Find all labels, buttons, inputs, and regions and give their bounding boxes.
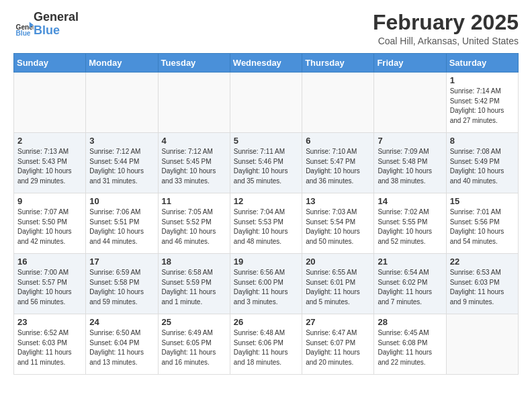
day-info: Sunrise: 6:45 AM Sunset: 6:08 PM Dayligh… bbox=[378, 328, 442, 367]
calendar-week-row: 16Sunrise: 7:00 AM Sunset: 5:57 PM Dayli… bbox=[14, 254, 519, 314]
calendar-cell: 4Sunrise: 7:12 AM Sunset: 5:45 PM Daylig… bbox=[158, 133, 230, 193]
calendar-cell: 12Sunrise: 7:04 AM Sunset: 5:53 PM Dayli… bbox=[230, 193, 302, 254]
calendar-cell: 23Sunrise: 6:52 AM Sunset: 6:03 PM Dayli… bbox=[14, 314, 86, 375]
calendar-week-row: 23Sunrise: 6:52 AM Sunset: 6:03 PM Dayli… bbox=[14, 314, 519, 375]
calendar-cell: 19Sunrise: 6:56 AM Sunset: 6:00 PM Dayli… bbox=[230, 254, 302, 314]
day-info: Sunrise: 7:13 AM Sunset: 5:43 PM Dayligh… bbox=[17, 147, 82, 186]
day-info: Sunrise: 7:05 AM Sunset: 5:52 PM Dayligh… bbox=[162, 208, 226, 246]
day-number: 7 bbox=[378, 136, 442, 146]
col-header-friday: Friday bbox=[374, 54, 446, 73]
logo-general: General bbox=[34, 11, 79, 24]
calendar-cell: 21Sunrise: 6:54 AM Sunset: 6:02 PM Dayli… bbox=[374, 254, 446, 314]
day-number: 12 bbox=[234, 196, 298, 206]
day-info: Sunrise: 7:14 AM Sunset: 5:42 PM Dayligh… bbox=[450, 87, 515, 126]
day-number: 10 bbox=[89, 196, 154, 206]
day-info: Sunrise: 7:08 AM Sunset: 5:49 PM Dayligh… bbox=[450, 147, 515, 186]
calendar-cell: 18Sunrise: 6:58 AM Sunset: 5:59 PM Dayli… bbox=[158, 254, 230, 314]
title-block: February 2025 Coal Hill, Arkansas, Unite… bbox=[373, 11, 519, 46]
day-info: Sunrise: 7:06 AM Sunset: 5:51 PM Dayligh… bbox=[89, 208, 154, 246]
day-number: 19 bbox=[234, 257, 298, 267]
day-number: 4 bbox=[162, 136, 226, 146]
col-header-thursday: Thursday bbox=[302, 54, 374, 73]
col-header-sunday: Sunday bbox=[14, 54, 86, 73]
calendar-cell: 27Sunrise: 6:47 AM Sunset: 6:07 PM Dayli… bbox=[302, 314, 374, 375]
day-number: 13 bbox=[306, 196, 370, 206]
calendar-cell: 24Sunrise: 6:50 AM Sunset: 6:04 PM Dayli… bbox=[86, 314, 158, 375]
day-number: 11 bbox=[162, 196, 226, 206]
day-number: 23 bbox=[17, 317, 82, 327]
col-header-wednesday: Wednesday bbox=[230, 54, 302, 73]
day-info: Sunrise: 6:59 AM Sunset: 5:58 PM Dayligh… bbox=[89, 268, 154, 307]
calendar-cell bbox=[446, 314, 518, 375]
day-info: Sunrise: 7:03 AM Sunset: 5:54 PM Dayligh… bbox=[306, 208, 370, 246]
day-info: Sunrise: 7:04 AM Sunset: 5:53 PM Dayligh… bbox=[234, 208, 298, 246]
calendar-cell: 1Sunrise: 7:14 AM Sunset: 5:42 PM Daylig… bbox=[446, 73, 518, 133]
calendar-cell: 3Sunrise: 7:12 AM Sunset: 5:44 PM Daylig… bbox=[86, 133, 158, 193]
calendar-cell bbox=[302, 73, 374, 133]
calendar-cell: 22Sunrise: 6:53 AM Sunset: 6:03 PM Dayli… bbox=[446, 254, 518, 314]
calendar-cell: 2Sunrise: 7:13 AM Sunset: 5:43 PM Daylig… bbox=[14, 133, 86, 193]
day-info: Sunrise: 7:07 AM Sunset: 5:50 PM Dayligh… bbox=[17, 208, 82, 246]
calendar-cell bbox=[374, 73, 446, 133]
calendar-cell: 25Sunrise: 6:49 AM Sunset: 6:05 PM Dayli… bbox=[158, 314, 230, 375]
day-number: 8 bbox=[450, 136, 515, 146]
calendar-cell: 13Sunrise: 7:03 AM Sunset: 5:54 PM Dayli… bbox=[302, 193, 374, 254]
day-number: 14 bbox=[378, 196, 442, 206]
col-header-monday: Monday bbox=[86, 54, 158, 73]
day-number: 21 bbox=[378, 257, 442, 267]
day-number: 5 bbox=[234, 136, 298, 146]
day-number: 20 bbox=[306, 257, 370, 267]
calendar-cell: 10Sunrise: 7:06 AM Sunset: 5:51 PM Dayli… bbox=[86, 193, 158, 254]
day-number: 28 bbox=[378, 317, 442, 327]
calendar-cell: 8Sunrise: 7:08 AM Sunset: 5:49 PM Daylig… bbox=[446, 133, 518, 193]
col-header-saturday: Saturday bbox=[446, 54, 518, 73]
day-info: Sunrise: 7:00 AM Sunset: 5:57 PM Dayligh… bbox=[17, 268, 82, 307]
calendar-cell bbox=[230, 73, 302, 133]
day-number: 27 bbox=[306, 317, 370, 327]
day-info: Sunrise: 6:53 AM Sunset: 6:03 PM Dayligh… bbox=[450, 268, 515, 307]
day-info: Sunrise: 6:56 AM Sunset: 6:00 PM Dayligh… bbox=[234, 268, 298, 307]
day-number: 24 bbox=[89, 317, 154, 327]
col-header-tuesday: Tuesday bbox=[158, 54, 230, 73]
day-number: 2 bbox=[17, 136, 82, 146]
day-info: Sunrise: 7:12 AM Sunset: 5:44 PM Dayligh… bbox=[89, 147, 154, 186]
day-number: 6 bbox=[306, 136, 370, 146]
day-info: Sunrise: 6:47 AM Sunset: 6:07 PM Dayligh… bbox=[306, 328, 370, 367]
day-number: 16 bbox=[17, 257, 82, 267]
day-info: Sunrise: 6:49 AM Sunset: 6:05 PM Dayligh… bbox=[162, 328, 226, 367]
calendar-cell: 11Sunrise: 7:05 AM Sunset: 5:52 PM Dayli… bbox=[158, 193, 230, 254]
calendar-cell: 9Sunrise: 7:07 AM Sunset: 5:50 PM Daylig… bbox=[14, 193, 86, 254]
calendar-cell: 7Sunrise: 7:09 AM Sunset: 5:48 PM Daylig… bbox=[374, 133, 446, 193]
day-info: Sunrise: 7:02 AM Sunset: 5:55 PM Dayligh… bbox=[378, 208, 442, 246]
day-number: 25 bbox=[162, 317, 226, 327]
day-number: 18 bbox=[162, 257, 226, 267]
calendar-cell: 26Sunrise: 6:48 AM Sunset: 6:06 PM Dayli… bbox=[230, 314, 302, 375]
calendar-cell: 17Sunrise: 6:59 AM Sunset: 5:58 PM Dayli… bbox=[86, 254, 158, 314]
day-info: Sunrise: 6:55 AM Sunset: 6:01 PM Dayligh… bbox=[306, 268, 370, 307]
location: Coal Hill, Arkansas, United States bbox=[373, 36, 519, 46]
calendar-week-row: 2Sunrise: 7:13 AM Sunset: 5:43 PM Daylig… bbox=[14, 133, 519, 193]
day-info: Sunrise: 7:09 AM Sunset: 5:48 PM Dayligh… bbox=[378, 147, 442, 186]
day-info: Sunrise: 7:10 AM Sunset: 5:47 PM Dayligh… bbox=[306, 147, 370, 186]
calendar-week-row: 9Sunrise: 7:07 AM Sunset: 5:50 PM Daylig… bbox=[14, 193, 519, 254]
calendar-cell: 28Sunrise: 6:45 AM Sunset: 6:08 PM Dayli… bbox=[374, 314, 446, 375]
day-info: Sunrise: 6:50 AM Sunset: 6:04 PM Dayligh… bbox=[89, 328, 154, 367]
day-number: 15 bbox=[450, 196, 515, 206]
page: General Blue General Blue February 2025 … bbox=[0, 0, 532, 385]
day-info: Sunrise: 7:11 AM Sunset: 5:46 PM Dayligh… bbox=[234, 147, 298, 186]
month-title: February 2025 bbox=[373, 11, 519, 34]
logo: General Blue General Blue bbox=[13, 11, 79, 38]
day-info: Sunrise: 6:58 AM Sunset: 5:59 PM Dayligh… bbox=[162, 268, 226, 307]
day-info: Sunrise: 7:01 AM Sunset: 5:56 PM Dayligh… bbox=[450, 208, 515, 246]
day-number: 9 bbox=[17, 196, 82, 206]
calendar-week-row: 1Sunrise: 7:14 AM Sunset: 5:42 PM Daylig… bbox=[14, 73, 519, 133]
calendar-header-row: SundayMondayTuesdayWednesdayThursdayFrid… bbox=[14, 54, 519, 73]
calendar-cell bbox=[14, 73, 86, 133]
calendar-cell: 16Sunrise: 7:00 AM Sunset: 5:57 PM Dayli… bbox=[14, 254, 86, 314]
logo-icon: General Blue bbox=[15, 19, 34, 38]
calendar-cell bbox=[86, 73, 158, 133]
day-number: 22 bbox=[450, 257, 515, 267]
calendar-table: SundayMondayTuesdayWednesdayThursdayFrid… bbox=[13, 53, 519, 375]
day-info: Sunrise: 6:52 AM Sunset: 6:03 PM Dayligh… bbox=[17, 328, 82, 367]
day-number: 3 bbox=[89, 136, 154, 146]
